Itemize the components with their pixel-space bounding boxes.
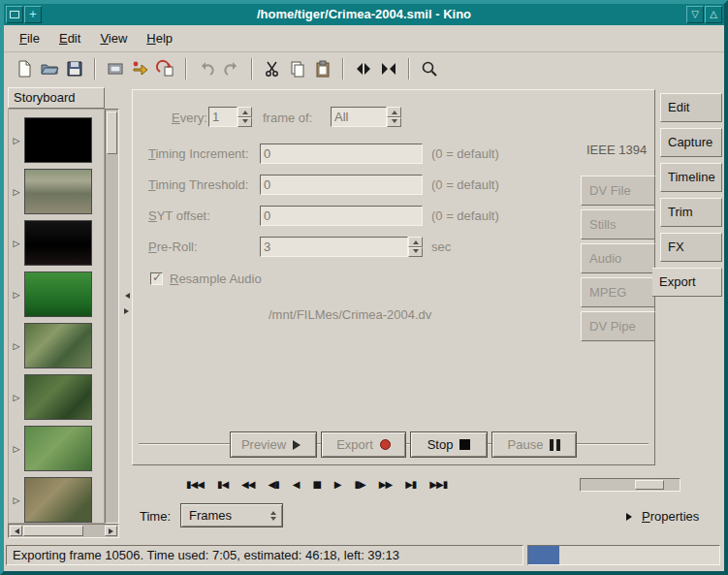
redo-button[interactable]	[219, 56, 244, 81]
transport-prev-scene-button[interactable]: ▮◀	[213, 475, 232, 495]
pane-divider[interactable]	[121, 87, 131, 538]
window-menu-button[interactable]	[6, 6, 23, 23]
spin-down-icon[interactable]	[237, 117, 252, 128]
scene-thumbnail[interactable]	[24, 272, 92, 317]
storyboard-item[interactable]: ▷	[9, 114, 104, 166]
snapshot-button[interactable]	[103, 56, 128, 81]
transport-next-scene-button[interactable]: ▶▮	[401, 475, 420, 495]
syt-offset-input[interactable]: 0	[260, 206, 423, 226]
hscrollbar-thumb[interactable]	[23, 526, 83, 536]
revert-button[interactable]	[153, 56, 178, 81]
tab-trim[interactable]: Trim	[660, 198, 722, 227]
every-spinner[interactable]	[237, 107, 252, 127]
split-button[interactable]	[351, 56, 376, 81]
export-button[interactable]: Export	[321, 431, 406, 458]
tab-capture[interactable]: Capture	[660, 128, 722, 157]
scene-thumbnail[interactable]	[24, 169, 92, 214]
shuttle-slider-thumb[interactable]	[635, 480, 664, 490]
frame-of-spinner[interactable]	[387, 107, 401, 127]
copy-button[interactable]	[285, 56, 310, 81]
menu-help[interactable]: Help	[137, 27, 182, 49]
zoom-button[interactable]	[417, 56, 442, 81]
transport-start-button[interactable]: ▮◀◀	[182, 475, 207, 495]
every-input[interactable]: 1	[208, 107, 237, 127]
tab-timeline[interactable]: Timeline	[660, 163, 722, 192]
properties-expander[interactable]: Properties	[626, 509, 699, 524]
storyboard-item[interactable]: ▷	[9, 423, 104, 474]
resample-audio-checkbox[interactable]	[150, 272, 163, 285]
tab-mpeg[interactable]: MPEG	[581, 277, 655, 307]
storyboard-item[interactable]: ▷	[9, 217, 104, 269]
tab-fx[interactable]: FX	[660, 233, 722, 262]
sticky-button[interactable]: +	[24, 6, 42, 23]
transport-fast-forward-button[interactable]: ▶▶	[375, 475, 396, 495]
tab-edit[interactable]: Edit	[660, 93, 722, 122]
transport-rewind-button[interactable]: ◀◀	[237, 475, 258, 495]
tab-stills[interactable]: Stills	[581, 209, 655, 240]
pane-arrow-right-button[interactable]	[122, 304, 131, 317]
resample-audio-label[interactable]: Resample Audio	[170, 272, 262, 286]
scene-thumbnail[interactable]	[24, 117, 92, 163]
spin-down-icon[interactable]	[387, 117, 401, 128]
tab-audio[interactable]: Audio	[581, 243, 655, 273]
timing-threshold-input[interactable]: 0	[260, 175, 423, 195]
publish-button[interactable]	[128, 56, 153, 81]
stop-icon	[459, 439, 470, 450]
transport-forward-frame-button[interactable]: ▮▶	[351, 475, 369, 495]
stop-button[interactable]: Stop	[410, 431, 488, 458]
tab-dv-pipe[interactable]: DV Pipe	[581, 311, 655, 341]
shuttle-slider[interactable]	[580, 478, 681, 492]
storyboard-item[interactable]: ▷	[9, 320, 104, 371]
scroll-left-button[interactable]	[10, 526, 22, 536]
tab-ieee1394[interactable]: IEEE 1394	[586, 143, 647, 157]
save-button[interactable]	[62, 56, 87, 81]
spin-up-icon[interactable]	[237, 107, 252, 117]
pause-button[interactable]: Pause	[491, 431, 577, 458]
join-icon	[379, 59, 398, 79]
spin-down-icon[interactable]	[408, 247, 423, 258]
transport-stop-button[interactable]: ■	[308, 475, 324, 495]
scene-thumbnail[interactable]	[24, 426, 92, 471]
pre-roll-input[interactable]: 3	[260, 237, 408, 257]
storyboard-item[interactable]: ▷	[9, 166, 104, 217]
tab-dv-file[interactable]: DV File	[581, 176, 655, 206]
transport-back-frame-button[interactable]: ◀▮	[264, 475, 282, 495]
spin-up-icon[interactable]	[387, 107, 401, 117]
spin-up-icon[interactable]	[408, 237, 423, 247]
maximize-button[interactable]: △	[705, 6, 722, 23]
storyboard-hscrollbar[interactable]	[8, 524, 119, 538]
vscrollbar-thumb[interactable]	[107, 112, 117, 154]
menu-file[interactable]: File	[10, 27, 49, 49]
minimize-button[interactable]: ▽	[686, 6, 704, 23]
storyboard-item[interactable]: ▷	[9, 474, 104, 524]
scroll-right-button[interactable]	[105, 526, 117, 536]
scene-thumbnail[interactable]	[24, 323, 92, 368]
scene-thumbnail[interactable]	[24, 374, 92, 420]
menu-edit[interactable]: Edit	[49, 27, 90, 49]
storyboard-vscrollbar[interactable]	[105, 109, 119, 524]
menu-view[interactable]: View	[90, 27, 137, 49]
pre-roll-spinner[interactable]	[408, 237, 423, 257]
pane-arrow-left-button[interactable]	[122, 289, 131, 302]
frame-of-select[interactable]: All	[331, 107, 387, 127]
preview-button[interactable]: Preview	[230, 431, 317, 458]
transport-play-button[interactable]: ▶	[331, 475, 345, 495]
transport-end-button[interactable]: ▶▶▮	[426, 475, 451, 495]
titlebar[interactable]: + /home/tiger/Crimea-2004.smil - Kino ▽ …	[4, 4, 724, 25]
new-button[interactable]	[12, 56, 37, 81]
storyboard-item[interactable]: ▷	[9, 371, 104, 423]
paste-button[interactable]	[310, 56, 335, 81]
time-format-select[interactable]: Frames	[180, 503, 283, 527]
transport-reverse-play-button[interactable]: ◀	[289, 475, 303, 495]
open-button[interactable]	[37, 56, 62, 81]
storyboard-item[interactable]: ▷	[9, 269, 104, 320]
scene-thumbnail[interactable]	[24, 220, 92, 266]
pause-icon	[550, 439, 560, 451]
stop-label: Stop	[427, 437, 454, 452]
undo-button[interactable]	[194, 56, 219, 81]
tab-export[interactable]: Export	[652, 268, 722, 297]
join-button[interactable]	[376, 56, 401, 81]
scene-thumbnail[interactable]	[24, 477, 92, 523]
timing-increment-input[interactable]: 0	[260, 144, 423, 164]
cut-button[interactable]	[260, 56, 285, 81]
